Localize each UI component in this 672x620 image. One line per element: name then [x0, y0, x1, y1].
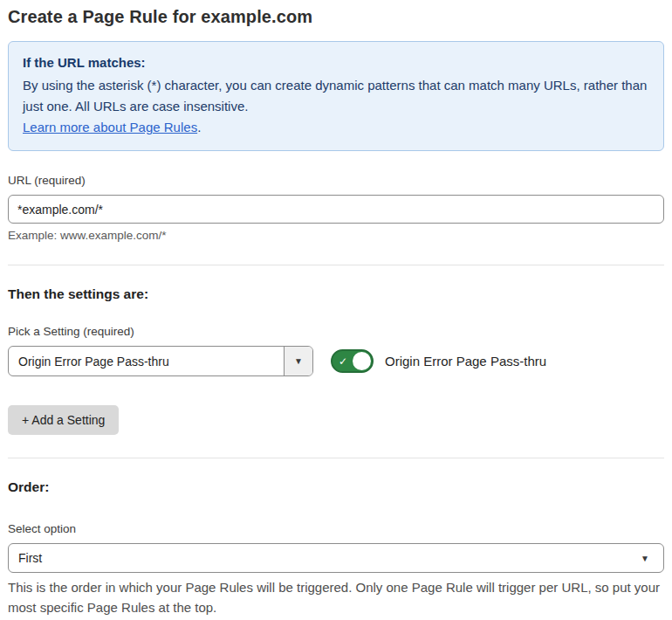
picker-label: Pick a Setting (required)	[8, 325, 664, 338]
url-field-helper: Example: www.example.com/*	[8, 229, 664, 242]
setting-select-value: Origin Error Page Pass-thru	[9, 347, 284, 375]
link-suffix: .	[197, 120, 201, 134]
url-section: URL (required) Example: www.example.com/…	[8, 174, 664, 242]
learn-more-link[interactable]: Learn more about Page Rules	[23, 120, 197, 134]
page-title: Create a Page Rule for example.com	[8, 7, 664, 27]
info-box-heading: If the URL matches:	[23, 52, 649, 73]
info-box-link-line: Learn more about Page Rules.	[23, 117, 649, 138]
divider	[8, 265, 664, 265]
order-label-row: Select option	[8, 522, 664, 535]
order-select-value: First	[18, 551, 42, 565]
setting-toggle[interactable]: ✓	[331, 349, 374, 373]
setting-row: Origin Error Page Pass-thru ▼ ✓ Origin E…	[8, 346, 664, 376]
chevron-down-icon: ▼	[294, 357, 303, 366]
url-match-info-box: If the URL matches: By using the asteris…	[8, 41, 664, 151]
setting-select-dropdown-button[interactable]: ▼	[284, 347, 312, 375]
order-helper-text: This is the order in which your Page Rul…	[8, 578, 664, 617]
picker-label-row: Pick a Setting (required)	[8, 325, 664, 338]
info-box-body: By using the asterisk (*) character, you…	[23, 75, 649, 117]
toggle-knob	[353, 352, 371, 370]
order-section-heading: Order:	[8, 479, 664, 495]
page-rule-form: Create a Page Rule for example.com If th…	[0, 0, 672, 620]
order-select-label: Select option	[8, 522, 664, 535]
order-select[interactable]: First ▼	[8, 543, 664, 573]
add-setting-button[interactable]: + Add a Setting	[8, 405, 119, 435]
setting-toggle-wrap: ✓ Origin Error Page Pass-thru	[331, 349, 546, 373]
setting-select[interactable]: Origin Error Page Pass-thru ▼	[8, 346, 313, 376]
check-icon: ✓	[339, 356, 347, 367]
settings-section-heading: Then the settings are:	[8, 286, 664, 302]
divider	[8, 458, 664, 458]
url-field-label: URL (required)	[8, 174, 664, 187]
url-input[interactable]	[8, 195, 664, 224]
setting-toggle-label: Origin Error Page Pass-thru	[385, 354, 546, 369]
chevron-down-icon: ▼	[641, 555, 649, 563]
